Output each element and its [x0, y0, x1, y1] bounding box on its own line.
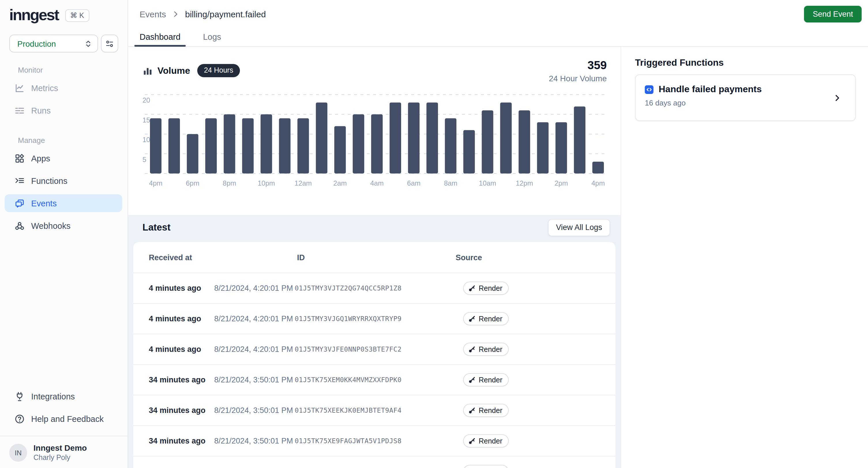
- source-label: Render: [479, 345, 502, 353]
- svg-text:12pm: 12pm: [516, 179, 533, 187]
- source-badge[interactable]: Render: [463, 434, 509, 447]
- key-icon: [468, 285, 476, 292]
- svg-text:10am: 10am: [479, 179, 496, 187]
- volume-bar-7pm-3: [205, 118, 217, 173]
- source-badge[interactable]: Render: [463, 465, 509, 468]
- event-id: 01J5TMY3VJFE0NNP0S3BTE7FC2: [295, 345, 401, 353]
- table-row-3[interactable]: 34 minutes ago8/21/2024, 3:50:01 PM01J5T…: [133, 365, 615, 395]
- chevron-right-icon: [833, 93, 841, 102]
- volume-bar-3am-11: [353, 114, 364, 173]
- source-badge[interactable]: Render: [463, 281, 509, 295]
- svg-text:4pm: 4pm: [591, 179, 605, 187]
- sidebar-item-label: Runs: [31, 106, 51, 115]
- volume-bar-4pm-24: [592, 162, 604, 173]
- chevrons-up-down-icon: [84, 39, 92, 47]
- environment-settings-button[interactable]: [101, 35, 118, 53]
- volume-header: Volume 24 Hours 359 24 Hour Volume: [128, 47, 621, 83]
- volume-title: Volume: [157, 65, 190, 76]
- svg-text:2am: 2am: [333, 179, 347, 187]
- event-id: 01J5TK75XE9FAGJWTA5V1PDJS8: [295, 437, 401, 445]
- plug-icon: [14, 391, 25, 401]
- triggered-function-card[interactable]: Handle failed payments 16 days ago: [635, 74, 856, 121]
- volume-bar-10am-18: [482, 110, 493, 173]
- user-profile[interactable]: IN Inngest Demo Charly Poly: [0, 436, 127, 468]
- range-badge[interactable]: 24 Hours: [197, 64, 240, 77]
- svg-text:2pm: 2pm: [555, 179, 568, 187]
- sidebar: inngest ⌘ K Production Monitor: [0, 0, 128, 468]
- sidebar-item-events[interactable]: Events: [5, 194, 122, 212]
- nav-section-manage: Manage: [18, 136, 127, 145]
- received-relative: 34 minutes ago: [149, 406, 206, 415]
- question-circle-icon: [14, 413, 25, 424]
- svg-text:8pm: 8pm: [223, 179, 236, 187]
- sidebar-item-label: Help and Feedback: [31, 414, 104, 423]
- function-name: Handle failed payments: [659, 84, 762, 95]
- table-row-2[interactable]: 4 minutes ago8/21/2024, 4:20:01 PM01J5TM…: [133, 334, 615, 365]
- content: Volume 24 Hours 359 24 Hour Volume 51015…: [128, 47, 868, 468]
- svg-text:5: 5: [143, 156, 146, 163]
- environment-name: Production: [17, 39, 84, 48]
- volume-chart: 51015204pm6pm8pm10pm12am2am4am6am8am10am…: [132, 88, 621, 189]
- sidebar-item-webhooks[interactable]: Webhooks: [5, 217, 122, 235]
- left-column: Volume 24 Hours 359 24 Hour Volume 51015…: [128, 47, 621, 468]
- column-header-id: ID: [297, 253, 305, 262]
- svg-text:4am: 4am: [370, 179, 384, 187]
- volume-bar-5pm-1: [168, 118, 180, 173]
- key-icon: [468, 315, 476, 323]
- sidebar-item-label: Events: [31, 199, 57, 208]
- source-badge[interactable]: Render: [463, 404, 509, 417]
- volume-bar-1am-9: [316, 103, 327, 173]
- volume-bar-4am-12: [371, 114, 383, 173]
- table-row-6[interactable]: 44 minutes ago8/21/2024, 3:40:01 PM01J5T…: [133, 457, 615, 468]
- volume-bar-6am-14: [408, 103, 420, 173]
- tab-dashboard[interactable]: Dashboard: [140, 28, 181, 46]
- inngest-logo: inngest: [9, 7, 59, 23]
- sidebar-item-label: Integrations: [31, 392, 75, 401]
- source-badge[interactable]: Render: [463, 343, 509, 356]
- table-header: Received at ID Source: [133, 242, 615, 273]
- sidebar-item-metrics[interactable]: Metrics: [5, 79, 122, 97]
- events-windows-icon: [14, 198, 25, 208]
- table-row-1[interactable]: 4 minutes ago8/21/2024, 4:20:01 PM01J5TM…: [133, 304, 615, 334]
- table-row-4[interactable]: 34 minutes ago8/21/2024, 3:50:01 PM01J5T…: [133, 395, 615, 426]
- source-badge[interactable]: Render: [463, 312, 509, 325]
- right-column: Triggered Functions Handle failed paymen…: [621, 47, 868, 468]
- breadcrumb-current: billing/payment.failed: [185, 9, 266, 19]
- table-row-0[interactable]: 4 minutes ago8/21/2024, 4:20:01 PM01J5TM…: [133, 273, 615, 304]
- svg-text:6am: 6am: [407, 179, 421, 187]
- key-icon: [468, 376, 476, 383]
- svg-text:8am: 8am: [444, 179, 457, 187]
- source-label: Render: [479, 437, 502, 445]
- app-root: inngest ⌘ K Production Monitor: [0, 0, 868, 468]
- source-badge[interactable]: Render: [463, 373, 509, 387]
- volume-total: 359: [549, 59, 607, 71]
- sidebar-item-integrations[interactable]: Integrations: [5, 387, 122, 405]
- svg-text:10pm: 10pm: [257, 179, 275, 187]
- send-event-button[interactable]: Send Event: [804, 5, 862, 22]
- sidebar-nav: Monitor Metrics Runs Manage Apps: [0, 66, 127, 239]
- volume-bar-5am-13: [390, 103, 401, 173]
- volume-bar-1pm-21: [537, 122, 549, 173]
- table-row-5[interactable]: 34 minutes ago8/21/2024, 3:50:01 PM01J5T…: [133, 426, 615, 457]
- volume-bar-9pm-5: [242, 118, 254, 173]
- view-all-logs-button[interactable]: View All Logs: [548, 219, 610, 236]
- command-k-shortcut[interactable]: ⌘ K: [65, 9, 89, 22]
- tab-logs[interactable]: Logs: [203, 28, 221, 46]
- sidebar-item-functions[interactable]: Functions: [5, 172, 122, 190]
- volume-bar-8pm-4: [224, 114, 235, 173]
- breadcrumb-events[interactable]: Events: [140, 9, 166, 19]
- key-icon: [468, 345, 476, 353]
- main-area: Events billing/payment.failed Send Event…: [128, 0, 868, 468]
- sidebar-item-help[interactable]: Help and Feedback: [5, 410, 122, 428]
- bar-chart-icon: [143, 66, 152, 75]
- received-relative: 4 minutes ago: [149, 284, 201, 293]
- volume-bar-9am-17: [463, 130, 475, 173]
- sidebar-item-runs[interactable]: Runs: [5, 101, 122, 119]
- sidebar-item-label: Metrics: [31, 83, 58, 93]
- environment-select[interactable]: Production: [9, 35, 98, 53]
- avatar: IN: [9, 444, 27, 462]
- volume-bar-2am-10: [334, 126, 346, 173]
- sidebar-item-apps[interactable]: Apps: [5, 149, 122, 167]
- topbar: Events billing/payment.failed Send Event: [128, 0, 868, 28]
- sidebar-item-label: Functions: [31, 176, 67, 185]
